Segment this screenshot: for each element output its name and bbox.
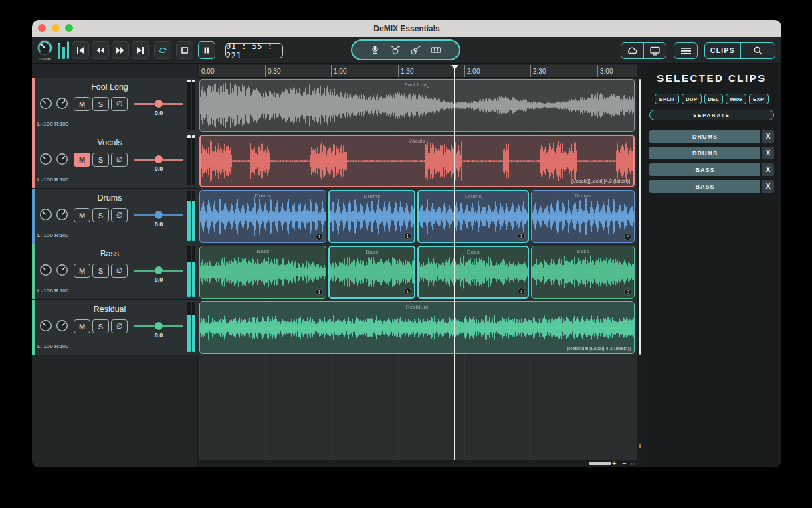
pan-knob[interactable] — [39, 97, 52, 110]
phase-button[interactable]: ∅ — [111, 264, 128, 278]
slider-handle[interactable] — [155, 211, 163, 219]
track-header-fool-long[interactable]: Fool Long M S ∅ 0.0 L:-100 R:100 — [32, 78, 198, 133]
width-knob[interactable] — [56, 264, 68, 276]
width-knob[interactable] — [56, 319, 68, 332]
horizontal-scrollbar[interactable]: + − ↔ — [198, 460, 637, 467]
skip-start-button[interactable] — [72, 41, 89, 59]
mute-button[interactable]: M — [74, 264, 90, 278]
minimize-window-button[interactable] — [52, 24, 60, 32]
clip-version-badge[interactable]: 1 — [404, 232, 411, 240]
phase-button[interactable]: ∅ — [111, 97, 128, 111]
pause-button[interactable] — [198, 41, 215, 59]
rewind-button[interactable] — [92, 41, 109, 59]
delete-button[interactable]: DEL — [704, 94, 724, 104]
track-header-residual[interactable]: Residual M S ∅ 0.0 L:-100 R:100 — [32, 300, 198, 355]
lane-residual[interactable]: Residual [Residual][Local][4.2 (latest)] — [198, 300, 637, 355]
mute-button[interactable]: M — [74, 319, 90, 333]
volume-slider[interactable] — [134, 266, 183, 274]
clip-version-badge[interactable]: 2 — [624, 288, 631, 296]
clip-version-badge[interactable]: 1 — [316, 288, 323, 296]
merge-button[interactable]: MRG — [726, 94, 746, 104]
volume-slider[interactable] — [134, 100, 183, 108]
vertical-scrollbar-handle[interactable] — [639, 79, 641, 355]
clip-drums-2[interactable]: Drums 1 — [328, 190, 415, 243]
clip-drums-1[interactable]: Drums 1 — [199, 190, 326, 243]
width-knob[interactable] — [56, 97, 68, 110]
slider-handle[interactable] — [155, 155, 163, 163]
clip-fool-long[interactable]: Fool Long — [199, 79, 635, 132]
width-knob[interactable] — [56, 153, 68, 165]
microphone-icon[interactable] — [369, 44, 381, 56]
phase-button[interactable]: ∅ — [111, 153, 128, 167]
master-gain-knob[interactable] — [36, 39, 54, 56]
loop-button[interactable] — [154, 41, 171, 59]
clip-bass-3[interactable]: Bass 1 — [417, 246, 529, 299]
separate-button[interactable]: SEPARATE — [649, 110, 774, 120]
solo-button[interactable]: S — [92, 153, 109, 167]
clip-version-badge[interactable]: 1 — [316, 233, 323, 240]
solo-button[interactable]: S — [92, 319, 109, 333]
clip-vocals[interactable]: Vocals [Vocals][Local][4.2 (latest)] — [199, 135, 635, 187]
remove-item-button[interactable]: X — [760, 163, 774, 176]
export-button[interactable]: EXP — [749, 94, 769, 104]
lane-fool-long[interactable]: Fool Long — [198, 78, 637, 133]
clip-residual[interactable]: Residual [Residual][Local][4.2 (latest)] — [199, 301, 635, 354]
cloud-button[interactable] — [621, 43, 643, 58]
horizontal-scrollbar-handle[interactable] — [589, 462, 611, 465]
lane-vocals[interactable]: Vocals [Vocals][Local][4.2 (latest)] — [198, 133, 637, 189]
zoom-fit-button[interactable]: ↔ — [629, 458, 636, 467]
piano-icon[interactable] — [430, 44, 442, 56]
mute-button[interactable]: M — [74, 97, 90, 111]
close-window-button[interactable] — [38, 24, 46, 32]
search-button[interactable] — [740, 43, 775, 58]
drums-icon[interactable] — [389, 44, 401, 56]
volume-slider[interactable] — [134, 155, 183, 163]
solo-button[interactable]: S — [92, 264, 109, 278]
remove-item-button[interactable]: X — [760, 180, 774, 193]
clip-version-badge[interactable]: 1 — [518, 232, 525, 240]
phase-button[interactable]: ∅ — [111, 208, 128, 222]
mute-button[interactable]: M — [74, 208, 90, 222]
slider-handle[interactable] — [155, 322, 163, 330]
track-header-drums[interactable]: Drums M S ∅ 0.0 L:-100 R:100 — [32, 189, 198, 244]
zoom-window-button[interactable] — [65, 24, 73, 32]
stop-button[interactable] — [176, 41, 193, 59]
pan-knob[interactable] — [39, 264, 52, 276]
clip-version-badge[interactable]: 1 — [404, 288, 411, 295]
width-knob[interactable] — [56, 208, 68, 221]
zoom-out-button[interactable]: − — [622, 458, 626, 467]
track-header-vocals[interactable]: Vocals M S ∅ 0.0 L:-100 R:100 — [32, 133, 198, 189]
skip-end-button[interactable] — [132, 41, 149, 59]
slider-handle[interactable] — [155, 100, 163, 108]
pan-knob[interactable] — [39, 208, 52, 221]
list-item[interactable]: BASS X — [649, 180, 774, 193]
phase-button[interactable]: ∅ — [111, 319, 128, 333]
fast-forward-button[interactable] — [112, 41, 129, 59]
clip-version-badge[interactable]: 2 — [624, 233, 631, 240]
clip-bass-1[interactable]: Bass 1 — [199, 246, 326, 299]
remove-item-button[interactable]: X — [760, 130, 774, 143]
display-button[interactable] — [643, 43, 666, 58]
time-display[interactable]: 01 : 55 : 221 — [225, 43, 283, 58]
clips-button[interactable]: CLIPS — [705, 43, 740, 58]
solo-button[interactable]: S — [92, 97, 109, 111]
duplicate-button[interactable]: DUP — [682, 94, 701, 104]
volume-slider[interactable] — [134, 322, 183, 330]
clip-bass-2[interactable]: Bass 1 — [328, 246, 415, 299]
clip-bass-4[interactable]: Bass 2 — [531, 246, 635, 299]
lane-bass[interactable]: Bass 1 Bass 1 Bass 1 Bass 2 — [198, 244, 637, 300]
menu-button[interactable] — [674, 42, 698, 59]
list-item[interactable]: DRUMS X — [649, 130, 774, 143]
list-item[interactable]: BASS X — [649, 163, 774, 176]
mute-button[interactable]: M — [74, 153, 90, 167]
timeline-ruler[interactable]: 0:00 0:30 1:00 1:30 2:00 2:30 3:00 — [198, 65, 637, 78]
remove-item-button[interactable]: X — [760, 147, 774, 159]
pan-knob[interactable] — [39, 319, 52, 332]
track-header-bass[interactable]: Bass M S ∅ 0.0 L:-100 R:100 — [32, 244, 198, 300]
solo-button[interactable]: S — [92, 208, 109, 222]
pan-knob[interactable] — [39, 153, 52, 165]
playhead[interactable] — [454, 65, 455, 460]
lane-drums[interactable]: Drums 1 Drums 1 Drums 1 Drums 2 — [198, 189, 637, 244]
split-button[interactable]: SPLIT — [655, 94, 679, 104]
zoom-in-button[interactable]: + — [612, 458, 616, 467]
